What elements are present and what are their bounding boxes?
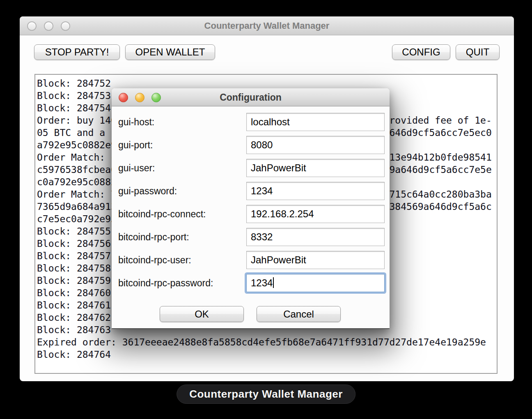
configuration-dialog: Configuration gui-host: localhost gui-po… (112, 88, 390, 329)
stop-party-button[interactable]: STOP PARTY! (34, 44, 120, 60)
desktop: Counterparty Wallet Manager STOP PARTY! … (0, 0, 532, 419)
bitcoind-rpc-port-input[interactable]: 8332 (246, 228, 385, 246)
main-window-titlebar[interactable]: Counterparty Wallet Manager (20, 16, 514, 35)
gui-host-label: gui-host: (118, 113, 154, 131)
bitcoind-rpc-user-label: bitcoind-rpc-user: (118, 251, 191, 269)
field-row-bitcoind-rpc-user: bitcoind-rpc-user: JahPowerBit (112, 251, 390, 269)
bitcoind-rpc-connect-label: bitcoind-rpc-connect: (118, 205, 206, 223)
quit-button[interactable]: QUIT (456, 44, 500, 60)
field-row-gui-port: gui-port: 8080 (112, 136, 390, 154)
field-row-gui-user: gui-user: JahPowerBit (112, 159, 390, 177)
gui-password-input[interactable]: 1234 (246, 182, 385, 200)
field-row-gui-password: gui-password: 1234 (112, 182, 390, 200)
field-row-bitcoind-rpc-port: bitcoind-rpc-port: 8332 (112, 228, 390, 246)
gui-port-label: gui-port: (118, 136, 153, 154)
bitcoind-rpc-port-label: bitcoind-rpc-port: (118, 228, 189, 246)
field-row-bitcoind-rpc-connect: bitcoind-rpc-connect: 192.168.2.254 (112, 205, 390, 223)
config-button[interactable]: CONFIG (392, 44, 450, 60)
ok-button[interactable]: OK (160, 306, 244, 322)
dialog-title: Configuration (112, 88, 390, 106)
gui-password-label: gui-password: (118, 182, 177, 200)
bitcoind-rpc-password-value: 1234 (251, 277, 273, 288)
main-window-title: Counterparty Wallet Manager (20, 16, 514, 35)
dock-app-label: Counterparty Wallet Manager (177, 384, 355, 404)
field-row-gui-host: gui-host: localhost (112, 113, 390, 131)
open-wallet-button[interactable]: OPEN WALLET (125, 44, 215, 60)
gui-user-input[interactable]: JahPowerBit (246, 159, 385, 177)
dialog-titlebar[interactable]: Configuration (112, 88, 390, 106)
bitcoind-rpc-connect-input[interactable]: 192.168.2.254 (246, 205, 385, 223)
bitcoind-rpc-user-input[interactable]: JahPowerBit (246, 251, 385, 269)
gui-host-input[interactable]: localhost (246, 113, 385, 131)
field-row-bitcoind-rpc-password: bitcoind-rpc-password: 1234 (112, 274, 390, 292)
bitcoind-rpc-password-input[interactable]: 1234 (246, 274, 385, 292)
gui-user-label: gui-user: (118, 159, 155, 177)
text-cursor (273, 277, 274, 288)
gui-port-input[interactable]: 8080 (246, 136, 385, 154)
bitcoind-rpc-password-label: bitcoind-rpc-password: (118, 274, 213, 292)
cancel-button[interactable]: Cancel (257, 306, 341, 322)
